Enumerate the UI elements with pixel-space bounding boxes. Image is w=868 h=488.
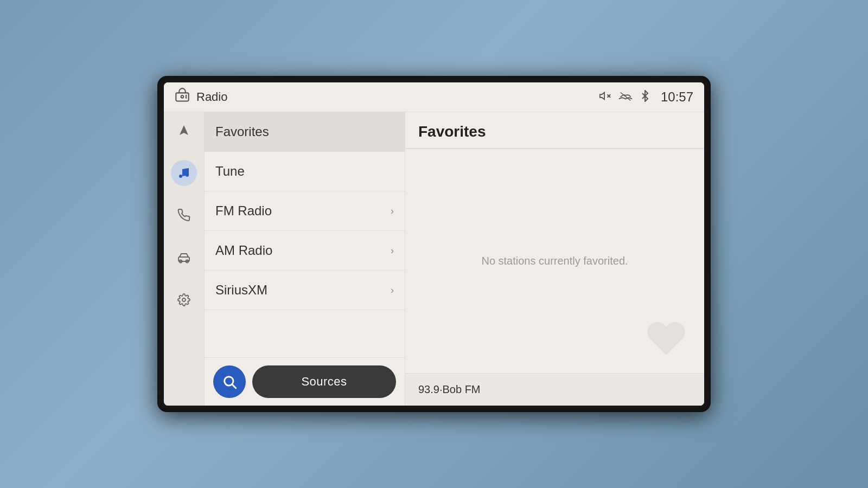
status-bar: Radio (164, 82, 704, 112)
menu-items: Favorites Tune FM Radio › AM Radio › (205, 112, 405, 357)
sidebar-icon-settings[interactable] (171, 287, 197, 313)
radio-icon (175, 88, 190, 106)
sidebar-icon-music[interactable] (171, 160, 197, 186)
svg-point-8 (179, 175, 182, 178)
menu-item-fm-radio[interactable]: FM Radio › (205, 191, 405, 231)
menu-item-siriusxm-label: SiriusXM (215, 282, 267, 298)
content-panel: Favorites No stations currently favorite… (405, 112, 704, 406)
menu-item-fm-radio-label: FM Radio (215, 203, 272, 219)
svg-point-1 (181, 95, 184, 98)
menu-item-favorites[interactable]: Favorites (205, 112, 405, 152)
heart-watermark-icon (644, 317, 688, 362)
now-playing-bar: 93.9·Bob FM (405, 373, 704, 406)
empty-favorites-message: No stations currently favorited. (481, 255, 628, 267)
car-background: Radio (0, 0, 868, 488)
mute-icon (599, 90, 611, 105)
bluetooth-icon (640, 90, 650, 105)
menu-item-favorites-label: Favorites (215, 124, 269, 139)
screen-bezel: Radio (157, 76, 711, 412)
menu-item-siriusxm[interactable]: SiriusXM › (205, 271, 405, 310)
content-header: Favorites (405, 112, 704, 149)
sidebar-icon-navigation[interactable] (171, 118, 197, 144)
sidebar-icon-car[interactable] (171, 245, 197, 271)
status-icons: 10:57 (599, 89, 693, 105)
svg-marker-3 (600, 92, 604, 99)
svg-point-9 (186, 174, 189, 177)
svg-line-15 (232, 384, 235, 388)
content-title: Favorites (418, 123, 486, 140)
am-radio-chevron-icon: › (391, 245, 394, 256)
screen: Radio (164, 82, 704, 406)
svg-point-13 (182, 298, 186, 301)
radio-title: Radio (196, 90, 227, 104)
content-body: No stations currently favorited. (405, 149, 704, 373)
fm-radio-chevron-icon: › (391, 206, 394, 217)
svg-marker-7 (180, 125, 188, 135)
sidebar-icon-phone[interactable] (171, 202, 197, 228)
menu-panel: Favorites Tune FM Radio › AM Radio › (205, 112, 405, 406)
now-playing-text: 93.9·Bob FM (418, 383, 481, 395)
svg-rect-10 (178, 257, 189, 261)
menu-item-tune-label: Tune (215, 164, 245, 179)
menu-bottom-bar: Sources (205, 357, 405, 406)
search-button[interactable] (213, 365, 246, 398)
sources-button[interactable]: Sources (252, 365, 396, 398)
signal-icon (618, 90, 633, 105)
menu-item-am-radio[interactable]: AM Radio › (205, 231, 405, 271)
sidebar (164, 112, 205, 406)
main-content: Favorites Tune FM Radio › AM Radio › (164, 112, 704, 406)
menu-item-tune[interactable]: Tune (205, 152, 405, 191)
status-time: 10:57 (661, 89, 693, 105)
svg-rect-0 (176, 93, 188, 101)
siriusxm-chevron-icon: › (391, 285, 394, 296)
menu-item-am-radio-label: AM Radio (215, 243, 272, 258)
radio-header: Radio (175, 88, 599, 106)
